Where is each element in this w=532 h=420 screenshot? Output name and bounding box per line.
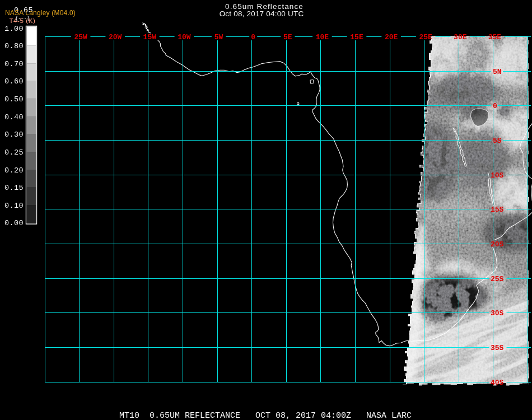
svg-text:35S: 35S: [491, 344, 504, 352]
svg-text:25W: 25W: [74, 33, 87, 41]
svg-text:20S: 20S: [491, 240, 504, 249]
svg-text:5W: 5W: [214, 33, 223, 41]
svg-text:5S: 5S: [493, 137, 502, 145]
svg-text:0.15: 0.15: [4, 184, 24, 192]
svg-text:0.10: 0.10: [4, 202, 24, 210]
svg-text:25E: 25E: [419, 33, 432, 41]
svg-text:15E: 15E: [350, 33, 363, 41]
svg-text:20E: 20E: [385, 33, 398, 41]
svg-text:10E: 10E: [316, 33, 329, 41]
svg-text:10S: 10S: [491, 171, 504, 180]
svg-text:30S: 30S: [491, 309, 504, 318]
svg-text:MT10 0.65UM REFLECTANCE OCT: MT10 0.65UM REFLECTANCE OCT 08, 2017 04:…: [119, 411, 412, 420]
svg-text:20W: 20W: [109, 33, 122, 41]
svg-text:0.20: 0.20: [4, 166, 24, 175]
svg-text:0.30: 0.30: [4, 130, 24, 139]
svg-text:0.50: 0.50: [4, 95, 24, 104]
svg-text:15W: 15W: [143, 33, 157, 41]
svg-text:0: 0: [251, 33, 255, 41]
svg-text:0.60: 0.60: [4, 77, 24, 86]
svg-text:15S: 15S: [491, 206, 504, 214]
svg-text:0.00: 0.00: [4, 219, 24, 227]
svg-text:0.25: 0.25: [4, 148, 24, 157]
svg-text:25S: 25S: [491, 275, 504, 283]
svg-text:0.70: 0.70: [4, 60, 24, 68]
svg-text:40S: 40S: [491, 379, 504, 387]
svg-text:1.00: 1.00: [4, 25, 24, 33]
svg-text:5E: 5E: [283, 33, 292, 41]
svg-text:10W: 10W: [178, 33, 191, 41]
svg-text:Oct 08, 2017 04:00 UTC: Oct 08, 2017 04:00 UTC: [220, 10, 304, 18]
svg-text:T4-5 (K): T4-5 (K): [10, 17, 36, 24]
svg-text:0.40: 0.40: [4, 113, 24, 122]
svg-text:35E: 35E: [488, 33, 502, 41]
svg-text:0.80: 0.80: [4, 42, 24, 50]
svg-text:30E: 30E: [454, 33, 467, 41]
svg-text:0: 0: [493, 102, 497, 110]
svg-text:5N: 5N: [493, 68, 502, 76]
